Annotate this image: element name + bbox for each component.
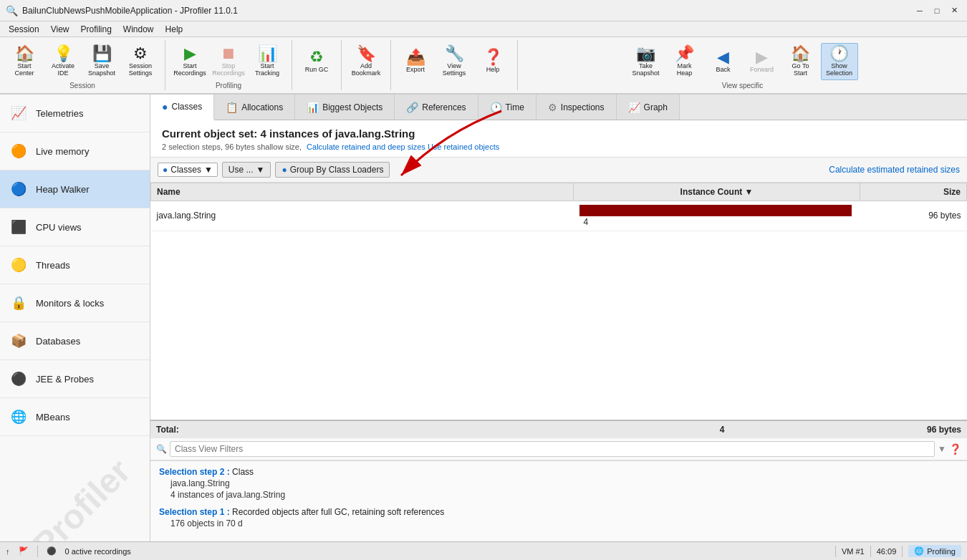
menu-view[interactable]: View [45,23,75,36]
tab-allocations-label: Allocations [241,102,283,112]
start-center-button[interactable]: 🏠 StartCenter [6,43,43,80]
run-gc-label: Run GC [305,67,329,74]
close-button[interactable]: ✕ [947,4,961,18]
menu-profiling[interactable]: Profiling [75,23,117,36]
save-snapshot-button[interactable]: 💾 SaveSnapshot [83,43,120,80]
tab-biggest-objects[interactable]: 📊 Biggest Objects [295,95,395,120]
sidebar-item-live-memory[interactable]: 🟠 Live memory [0,132,150,170]
sidebar-item-threads[interactable]: 🟡 Threads [0,246,150,284]
go-to-start-button[interactable]: 🏠 Go ToStart [782,43,819,80]
sidebar-item-monitors-locks[interactable]: 🔒 Monitors & locks [0,284,150,322]
show-selection-icon: 🕐 [829,46,849,62]
mbeans-icon: 🌐 [9,407,29,427]
calc-retained-sizes-link[interactable]: Calculate estimated retained sizes [829,165,960,175]
take-snapshot-icon: 📷 [636,46,655,62]
threads-icon: 🟡 [9,255,29,275]
cpu-views-icon: ⬛ [9,217,29,237]
sidebar-item-cpu-views[interactable]: ⬛ CPU views [0,208,150,246]
data-table: Name Instance Count ▼ Size java.lang.Str… [150,183,967,420]
sidebar-label-live-memory: Live memory [36,146,89,157]
export-button[interactable]: 📤 Export [397,43,434,80]
menu-window[interactable]: Window [117,23,160,36]
calc-retained-link[interactable]: Calculate retained and deep sizes [307,143,425,151]
status-right: VM #1 46:09 🌐 Profiling [835,545,961,557]
start-recordings-button[interactable]: ▶ StartRecordings [171,43,208,80]
step2-link[interactable]: Selection step 2 : [159,467,230,477]
back-button[interactable]: ◀ Back [705,43,742,80]
content-header: Current object set: 4 instances of java.… [150,120,967,158]
view-settings-label: ViewSettings [443,63,466,77]
start-tracking-icon: 📊 [258,46,277,62]
session-group-label: Session [69,82,95,91]
gc-buttons: ♻ Run GC [295,40,338,82]
sidebar-item-telemetries[interactable]: 📈 Telemetries [0,95,150,132]
mark-heap-icon: 📌 [675,46,694,62]
step1-link[interactable]: Selection step 1 : [159,507,230,517]
minimize-button[interactable]: ─ [913,4,927,18]
subtitle-text: 2 selection steps, 96 bytes shallow size… [162,143,302,151]
filter-help-icon[interactable]: ❓ [949,443,961,455]
take-snapshot-button[interactable]: 📷 TakeSnapshot [627,43,665,80]
misc-buttons: 📤 Export 🔧 ViewSettings ❓ Help [394,40,514,82]
tab-references[interactable]: 🔗 References [395,95,478,120]
tab-graph[interactable]: 📈 Graph [617,95,680,120]
mark-heap-button[interactable]: 📌 MarkHeap [666,43,703,80]
maximize-button[interactable]: □ [930,4,944,18]
class-view-filter-input[interactable] [170,441,935,457]
sidebar-item-databases[interactable]: 📦 Databases [0,322,150,360]
use-button-label: Use ... [228,165,254,175]
filter-row: 🔍 ▼ ❓ [150,438,967,460]
titlebar: 🔍 BailunClubNewsPushMobileApplication - … [0,0,967,21]
status-separator-3 [870,546,871,557]
mark-heap-label: MarkHeap [677,63,693,77]
sidebar-item-jee-probes[interactable]: ⚫ JEE & Probes [0,360,150,398]
start-recordings-label: StartRecordings [173,63,206,77]
view-specific-buttons: 📷 TakeSnapshot 📌 MarkHeap ◀ Back ▶ Forwa… [625,40,861,82]
forward-icon: ▶ [756,49,768,65]
view-specific-group-label: View specific [722,82,764,91]
show-selection-button[interactable]: 🕐 ShowSelection [821,43,858,80]
use-button[interactable]: Use ... ▼ [222,162,271,178]
activate-ide-button[interactable]: 💡 ActivateIDE [44,43,82,80]
view-settings-button[interactable]: 🔧 ViewSettings [436,43,473,80]
live-memory-icon: 🟠 [9,141,29,161]
col-size: Size [860,183,967,201]
run-gc-button[interactable]: ♻ Run GC [298,43,335,80]
menu-session[interactable]: Session [3,23,45,36]
add-bookmark-button[interactable]: 🔖 AddBookmark [347,43,385,80]
row-count: 4 [574,201,860,231]
graph-tab-icon: 📈 [628,102,640,113]
session-settings-button[interactable]: ⚙ SessionSettings [122,43,159,80]
stop-recordings-button[interactable]: ⏹ StopRecordings [210,43,247,80]
tab-inspections[interactable]: ⚙ Inspections [537,95,617,120]
tab-time[interactable]: 🕐 Time [478,95,537,120]
classes-dropdown[interactable]: ● Classes ▼ [158,163,218,177]
filter-dropdown-icon[interactable]: ▼ [938,444,946,454]
go-to-start-icon: 🏠 [791,46,810,62]
step1-header: Selection step 1 : Recorded objects afte… [159,507,958,517]
tab-allocations[interactable]: 📋 Allocations [214,95,295,120]
sidebar-item-heap-walker[interactable]: 🔵 Heap Walker [0,170,150,208]
forward-button[interactable]: ▶ Forward [744,43,781,80]
group-by-class-loaders-button[interactable]: ● Group By Class Loaders [275,162,390,178]
databases-icon: 📦 [9,331,29,351]
bookmark-buttons: 🔖 AddBookmark [345,40,388,82]
menu-help[interactable]: Help [160,23,189,36]
window-controls[interactable]: ─ □ ✕ [913,4,961,18]
profiling-group-label: Profiling [216,82,241,91]
start-tracking-button[interactable]: 📊 StartTracking [249,43,286,80]
sidebar-item-mbeans[interactable]: 🌐 MBeans [0,398,150,436]
status-separator-1 [37,546,38,557]
table-header-row: Name Instance Count ▼ Size [151,183,967,201]
col-instance-count: Instance Count ▼ [574,183,860,201]
help-button[interactable]: ❓ Help [474,43,511,80]
menubar: Session View Profiling Window Help [0,21,967,37]
table-row: java.lang.String 4 96 bytes [151,201,967,231]
count-value: 4 [584,217,589,227]
tab-classes[interactable]: ● Classes [150,95,214,120]
flag-icon: 🚩 [19,546,29,556]
stop-recordings-icon: ⏹ [221,46,236,62]
monitors-locks-icon: 🔒 [9,293,29,313]
session-buttons: 🏠 StartCenter 💡 ActivateIDE 💾 SaveSnapsh… [3,40,162,82]
use-retained-link[interactable]: Use retained objects [428,143,499,151]
